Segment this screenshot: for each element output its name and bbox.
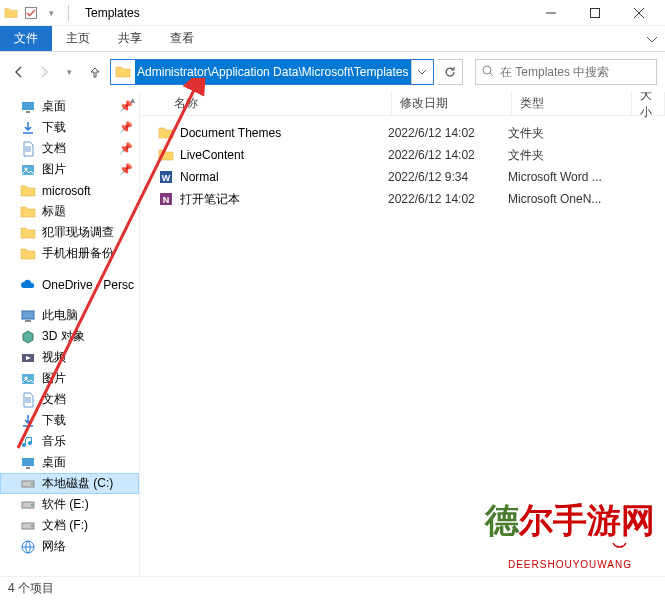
quick-access-toolbar: ▾ Templates: [4, 5, 140, 21]
sidebar-item[interactable]: 下载📌: [0, 117, 139, 138]
file-row[interactable]: LiveContent2022/6/12 14:02文件夹: [140, 144, 665, 166]
col-size[interactable]: 大小: [632, 92, 665, 115]
sidebar-item[interactable]: 图片: [0, 368, 139, 389]
file-type: 文件夹: [500, 147, 620, 164]
file-name: LiveContent: [180, 148, 244, 162]
forward-button[interactable]: [34, 61, 56, 83]
search-icon: [482, 65, 494, 80]
scroll-up-icon[interactable]: ▴: [125, 92, 139, 106]
drive-icon: [20, 497, 36, 513]
onenote-icon: N: [158, 191, 174, 207]
sidebar-item-label: 图片: [42, 370, 66, 387]
sidebar-item-label: 音乐: [42, 433, 66, 450]
sidebar-item[interactable]: 音乐: [0, 431, 139, 452]
pin-icon: 📌: [119, 142, 133, 155]
svg-rect-2: [591, 8, 600, 17]
file-list: Document Themes2022/6/12 14:02文件夹LiveCon…: [140, 116, 665, 210]
file-row[interactable]: N打开笔记本2022/6/12 14:02Microsoft OneN...: [140, 188, 665, 210]
sidebar-item[interactable]: 3D 对象: [0, 326, 139, 347]
sidebar-item-label: 图片: [42, 161, 66, 178]
sidebar-item[interactable]: 桌面: [0, 452, 139, 473]
sidebar-item-label: 下载: [42, 412, 66, 429]
tab-home[interactable]: 主页: [52, 26, 104, 51]
address-dropdown-icon[interactable]: [411, 60, 433, 84]
sidebar-item[interactable]: 犯罪现场调查: [0, 222, 139, 243]
sidebar-item-label: 文档: [42, 140, 66, 157]
ribbon: 文件 主页 共享 查看: [0, 26, 665, 52]
address-path[interactable]: Administrator\Application Data\Microsoft…: [135, 60, 410, 84]
file-row[interactable]: Document Themes2022/6/12 14:02文件夹: [140, 122, 665, 144]
sidebar-onedrive[interactable]: OneDrive - Persc: [0, 274, 139, 295]
item-count: 4 个项目: [8, 580, 54, 597]
svg-rect-9: [22, 165, 34, 175]
tab-file[interactable]: 文件: [0, 26, 52, 51]
col-name[interactable]: 名称: [152, 92, 392, 115]
folder-icon: [158, 147, 174, 163]
refresh-button[interactable]: [438, 59, 463, 85]
tab-view[interactable]: 查看: [156, 26, 208, 51]
desktop-icon: [20, 99, 36, 115]
file-type: Microsoft OneN...: [500, 192, 620, 206]
sidebar-item[interactable]: microsoft: [0, 180, 139, 201]
sidebar-item[interactable]: 软件 (E:): [0, 494, 139, 515]
sidebar-item-label: 桌面: [42, 454, 66, 471]
col-type[interactable]: 类型: [512, 92, 632, 115]
sidebar-network[interactable]: 网络: [0, 536, 139, 557]
sidebar-item[interactable]: 下载: [0, 410, 139, 431]
picture-icon: [20, 162, 36, 178]
picture-icon: [20, 371, 36, 387]
col-date[interactable]: 修改日期: [392, 92, 512, 115]
music-icon: [20, 434, 36, 450]
sidebar-item-label: 下载: [42, 119, 66, 136]
close-button[interactable]: [617, 0, 661, 26]
sidebar-item-label: 文档 (F:): [42, 517, 88, 534]
tab-share[interactable]: 共享: [104, 26, 156, 51]
search-box[interactable]: [475, 59, 657, 85]
download-icon: [20, 413, 36, 429]
sidebar-item[interactable]: 文档: [0, 389, 139, 410]
file-date: 2022/6/12 14:02: [380, 192, 500, 206]
title-bar: ▾ Templates: [0, 0, 665, 26]
folder-icon: [114, 63, 132, 81]
maximize-button[interactable]: [573, 0, 617, 26]
file-row[interactable]: WNormal2022/6/12 9:34Microsoft Word ...: [140, 166, 665, 188]
document-icon: [20, 141, 36, 157]
file-name: 打开笔记本: [180, 191, 240, 208]
file-name: Normal: [180, 170, 219, 184]
svg-rect-14: [22, 374, 34, 384]
sidebar-item[interactable]: 手机相册备份: [0, 243, 139, 264]
3d-icon: [20, 329, 36, 345]
up-button[interactable]: [85, 61, 107, 83]
sidebar: ▴ 桌面📌下载📌文档📌图片📌microsoft标题犯罪现场调查手机相册备份 On…: [0, 92, 140, 576]
word-icon: W: [158, 169, 174, 185]
checkbox-icon[interactable]: [24, 6, 38, 20]
sidebar-item-label: 3D 对象: [42, 328, 85, 345]
ribbon-expand-icon[interactable]: [639, 26, 665, 51]
file-date: 2022/6/12 14:02: [380, 148, 500, 162]
nav-bar: ▾ Administrator\Application Data\Microso…: [0, 52, 665, 92]
svg-line-6: [490, 73, 493, 76]
qat-dropdown-icon[interactable]: ▾: [44, 6, 58, 20]
pin-icon: 📌: [119, 121, 133, 134]
minimize-button[interactable]: [529, 0, 573, 26]
search-input[interactable]: [500, 65, 650, 79]
cloud-icon: [20, 277, 36, 293]
sidebar-this-pc[interactable]: 此电脑: [0, 305, 139, 326]
drive-icon: [20, 476, 36, 492]
sidebar-item[interactable]: 文档 (F:): [0, 515, 139, 536]
sidebar-item[interactable]: 本地磁盘 (C:): [0, 473, 139, 494]
sidebar-item[interactable]: 视频: [0, 347, 139, 368]
sidebar-item-label: OneDrive - Persc: [42, 278, 134, 292]
desktop-icon: [20, 455, 36, 471]
recent-dropdown-icon[interactable]: ▾: [59, 61, 81, 83]
sidebar-item-label: 本地磁盘 (C:): [42, 475, 113, 492]
sidebar-item-label: 软件 (E:): [42, 496, 89, 513]
sidebar-item[interactable]: 文档📌: [0, 138, 139, 159]
folder-icon: [4, 6, 18, 20]
sidebar-item[interactable]: 标题: [0, 201, 139, 222]
sidebar-item[interactable]: 桌面📌: [0, 96, 139, 117]
sidebar-item-label: 视频: [42, 349, 66, 366]
sidebar-item[interactable]: 图片📌: [0, 159, 139, 180]
back-button[interactable]: [8, 61, 30, 83]
address-bar[interactable]: Administrator\Application Data\Microsoft…: [110, 59, 433, 85]
